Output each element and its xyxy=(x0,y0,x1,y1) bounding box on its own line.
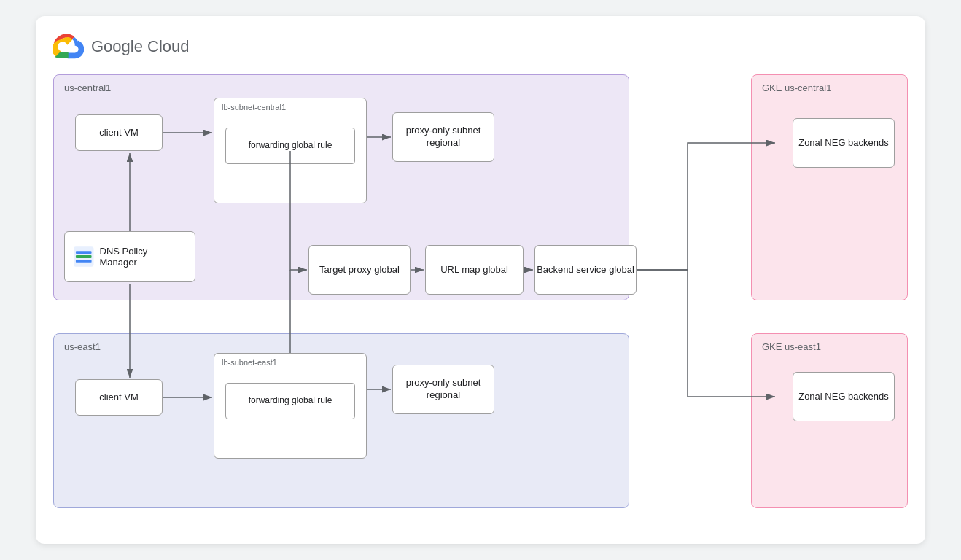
gke-east-label: GKE us-east1 xyxy=(762,341,821,352)
forwarding-east: forwarding global rule xyxy=(225,383,355,419)
proxy-only-central: proxy-only subnet regional xyxy=(392,112,494,162)
svg-rect-2 xyxy=(76,255,92,258)
forwarding-central: forwarding global rule xyxy=(225,128,355,164)
svg-rect-1 xyxy=(76,251,92,254)
backend-service-global: Backend service global xyxy=(534,245,637,295)
logo-text: Google Cloud xyxy=(91,37,190,56)
google-cloud-icon xyxy=(53,34,84,60)
gke-central-box: GKE us-central1 xyxy=(751,74,908,300)
subnet-central-label: lb-subnet-central1 xyxy=(222,103,286,112)
google-cloud-logo: Google Cloud xyxy=(53,34,908,60)
client-vm-central: client VM xyxy=(75,114,163,151)
zonal-neg-central: Zonal NEG backends xyxy=(793,118,895,168)
region-east-label: us-east1 xyxy=(64,341,101,352)
url-map-global: URL map global xyxy=(425,245,524,295)
dns-policy-manager: DNS Policy Manager xyxy=(64,231,195,282)
region-central-label: us-central1 xyxy=(64,82,111,93)
subnet-east-box: lb-subnet-east1 forwarding global rule xyxy=(214,353,367,459)
zonal-neg-east: Zonal NEG backends xyxy=(793,372,895,421)
subnet-central-box: lb-subnet-central1 forwarding global rul… xyxy=(214,98,367,203)
architecture-diagram: us-central1 us-east1 GKE us-central1 GKE… xyxy=(53,74,908,526)
main-container: Google Cloud us-central1 us-east1 GKE us… xyxy=(36,16,925,544)
target-proxy-global: Target proxy global xyxy=(308,245,411,295)
client-vm-east: client VM xyxy=(75,379,163,416)
subnet-east-label: lb-subnet-east1 xyxy=(222,358,277,367)
svg-rect-3 xyxy=(76,260,92,262)
dns-icon xyxy=(74,246,94,267)
proxy-only-east: proxy-only subnet regional xyxy=(392,365,494,414)
gke-central-label: GKE us-central1 xyxy=(762,82,831,93)
